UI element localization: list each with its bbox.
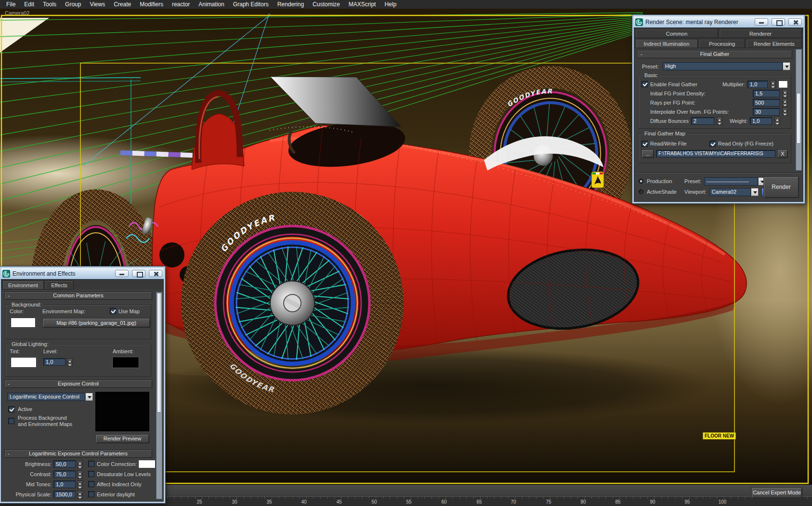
activeshade-radio[interactable] bbox=[638, 189, 644, 195]
physical-scale-spinner[interactable] bbox=[77, 491, 83, 499]
menu-create[interactable]: Create bbox=[109, 1, 135, 8]
viewport-combo[interactable]: Camera02 bbox=[709, 188, 759, 196]
minimize-icon[interactable] bbox=[755, 18, 768, 26]
tick: 40 bbox=[301, 499, 306, 505]
close-icon[interactable] bbox=[149, 270, 162, 277]
maximize-icon[interactable] bbox=[132, 270, 145, 277]
fg-map-path-field[interactable]: F:\TRABALHOS VISTA\MYs\CARs\FERRARIS\S bbox=[656, 150, 775, 158]
tick: 75 bbox=[546, 499, 551, 505]
contrast-field[interactable]: 75,0 bbox=[53, 470, 76, 478]
render-dialog-scrollbar[interactable] bbox=[796, 49, 802, 171]
color-correction-swatch[interactable] bbox=[138, 460, 156, 468]
background-group: Background: Color: Environment Map: Use … bbox=[5, 305, 151, 339]
tab-processing[interactable]: Processing bbox=[699, 39, 746, 48]
env-dialog-scrollbar[interactable] bbox=[156, 292, 162, 499]
fg-rays-field[interactable]: 500 bbox=[753, 99, 780, 107]
diffuse-bounces-field[interactable]: 2 bbox=[691, 117, 714, 125]
menu-file[interactable]: File bbox=[2, 1, 20, 8]
fg-preset-combo[interactable]: High bbox=[663, 62, 790, 70]
tab-renderer[interactable]: Renderer bbox=[719, 29, 802, 38]
menu-bar: File Edit Tools Group Views Create Modif… bbox=[0, 0, 812, 9]
log-exposure-params-rollout[interactable]: - Logarithmic Exposure Control Parameter… bbox=[4, 450, 152, 458]
tint-color-swatch[interactable] bbox=[11, 357, 37, 368]
level-spinner[interactable] bbox=[67, 358, 73, 366]
exposure-control-body: Logarithmic Exposure Control Active Proc… bbox=[4, 390, 152, 448]
render-preset-combo[interactable]: ------------------------ bbox=[704, 177, 766, 186]
brightness-spinner[interactable] bbox=[77, 460, 83, 468]
menu-modifiers[interactable]: Modifiers bbox=[135, 1, 168, 8]
exposure-control-rollout[interactable]: - Exposure Control bbox=[4, 380, 152, 388]
diffuse-bounces-spinner[interactable] bbox=[717, 117, 722, 125]
tab-indirect-illumination[interactable]: Indirect Illumination bbox=[635, 39, 698, 48]
dialog-title: Environment and Effects bbox=[13, 270, 112, 277]
fg-rays-spinner[interactable] bbox=[782, 98, 788, 107]
fg-multiplier-color-swatch[interactable] bbox=[778, 80, 788, 88]
fg-interpolate-field[interactable]: 30 bbox=[753, 108, 780, 116]
use-map-checkbox[interactable] bbox=[110, 308, 116, 314]
level-field[interactable]: 1,0 bbox=[43, 358, 65, 366]
environment-map-button[interactable]: Map #86 (parking_garage_01.jpg) bbox=[42, 318, 150, 328]
affect-indirect-checkbox[interactable] bbox=[88, 481, 94, 487]
fg-weight-spinner[interactable] bbox=[774, 117, 780, 125]
tab-environment[interactable]: Environment bbox=[2, 280, 44, 290]
menu-maxscript[interactable]: MAXScript bbox=[344, 1, 380, 8]
fg-density-field[interactable]: 1,5 bbox=[753, 90, 780, 97]
fg-multiplier-field[interactable]: 1,0 bbox=[747, 80, 768, 88]
maximize-icon[interactable] bbox=[772, 18, 785, 26]
ferrari-badge bbox=[591, 172, 604, 188]
fg-preset-label: Preset: bbox=[642, 64, 659, 69]
enable-final-gather-checkbox[interactable] bbox=[642, 81, 648, 87]
fg-density-spinner[interactable] bbox=[782, 89, 788, 97]
exposure-type-combo[interactable]: Logarithmic Exposure Control bbox=[7, 393, 93, 401]
render-dialog-titlebar[interactable]: Render Scene: mental ray Renderer bbox=[634, 16, 803, 27]
mid-tones-field[interactable]: 1,0 bbox=[53, 480, 76, 488]
production-radio[interactable] bbox=[638, 178, 644, 184]
contrast-spinner[interactable] bbox=[77, 470, 83, 479]
read-write-file-checkbox[interactable] bbox=[642, 141, 648, 147]
mid-tones-spinner[interactable] bbox=[77, 480, 83, 489]
menu-animation[interactable]: Animation bbox=[194, 1, 228, 8]
render-button[interactable]: Render bbox=[763, 176, 799, 198]
close-icon[interactable] bbox=[788, 18, 802, 26]
render-preview-button[interactable]: Render Preview bbox=[95, 434, 149, 443]
final-gather-rollout[interactable]: - Final Gather bbox=[637, 50, 792, 58]
menu-graph-editors[interactable]: Graph Editors bbox=[229, 1, 273, 8]
fg-multiplier-spinner[interactable] bbox=[770, 80, 776, 88]
env-dialog-titlebar[interactable]: Environment and Effects bbox=[1, 268, 164, 279]
exterior-daylight-checkbox[interactable] bbox=[88, 491, 94, 497]
tick: 95 bbox=[684, 499, 690, 505]
app-icon bbox=[635, 18, 643, 26]
ambient-color-swatch[interactable] bbox=[113, 357, 139, 368]
background-color-swatch[interactable] bbox=[11, 318, 36, 328]
brightness-field[interactable]: 50,0 bbox=[53, 460, 76, 468]
menu-edit[interactable]: Edit bbox=[20, 1, 39, 8]
menu-rendering[interactable]: Rendering bbox=[273, 1, 308, 8]
minimize-icon[interactable] bbox=[115, 270, 129, 277]
menu-group[interactable]: Group bbox=[61, 1, 85, 8]
fg-weight-field[interactable]: 1,0 bbox=[750, 117, 772, 125]
menu-customize[interactable]: Customize bbox=[308, 1, 344, 8]
viewport-camera-label[interactable]: Camera02 bbox=[5, 10, 29, 16]
menu-views[interactable]: Views bbox=[85, 1, 109, 8]
active-checkbox[interactable] bbox=[8, 406, 14, 413]
desaturate-checkbox[interactable] bbox=[88, 471, 94, 477]
browse-file-button[interactable]: ... bbox=[642, 149, 654, 158]
read-only-checkbox[interactable] bbox=[709, 141, 716, 147]
tab-effects[interactable]: Effects bbox=[45, 280, 74, 290]
tab-common[interactable]: Common bbox=[635, 29, 718, 38]
menu-tools[interactable]: Tools bbox=[39, 1, 61, 8]
dialog-title: Render Scene: mental ray Renderer bbox=[645, 19, 751, 26]
process-background-checkbox[interactable] bbox=[8, 418, 14, 424]
clear-file-button[interactable]: X bbox=[777, 149, 788, 158]
environment-effects-dialog: Environment and Effects Environment Effe… bbox=[0, 266, 166, 504]
fg-interpolate-spinner[interactable] bbox=[782, 107, 788, 116]
color-correction-checkbox[interactable] bbox=[88, 461, 94, 467]
tab-render-elements[interactable]: Render Elements bbox=[746, 39, 802, 48]
global-lighting-group: Global Lighting: Tint: Level: Ambient: 1… bbox=[5, 344, 151, 377]
physical-scale-field[interactable]: 1500,0 bbox=[53, 491, 76, 498]
common-parameters-rollout[interactable]: - Common Parameters bbox=[4, 292, 152, 300]
floor-object-label: FLOOR NEW bbox=[703, 432, 736, 439]
menu-reactor[interactable]: reactor bbox=[168, 1, 194, 8]
menu-help[interactable]: Help bbox=[380, 1, 401, 8]
cancel-expert-mode-button[interactable]: Cancel Expert Mode bbox=[751, 487, 802, 498]
